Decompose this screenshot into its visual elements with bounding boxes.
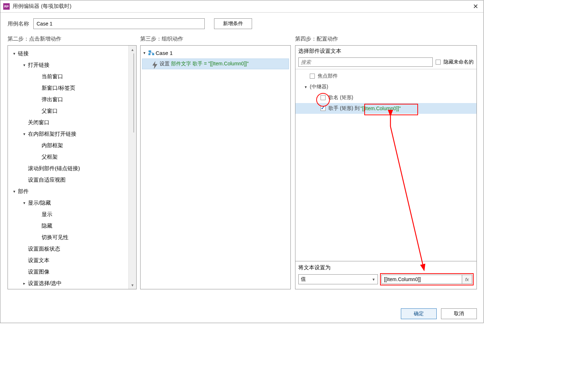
bolt-icon [152, 61, 157, 67]
widget-tree: 焦点部件 (中继器) 歌名 (矩形) 歌手 (矩形) 到 "[[Item.Col… [295, 69, 476, 261]
tree-item[interactable]: 父框架 [8, 151, 128, 163]
annotation-box: fx [380, 273, 474, 285]
caret-icon[interactable] [22, 132, 27, 136]
fx-button[interactable]: fx [462, 275, 472, 284]
search-input[interactable] [298, 57, 433, 67]
step3-header: 第三步：组织动作 [140, 33, 291, 45]
tree-item[interactable]: 当前窗口 [8, 71, 128, 82]
tree-item[interactable]: 显示 [8, 209, 128, 220]
svg-rect-1 [148, 53, 150, 55]
tree-item-label: 弹出窗口 [42, 96, 63, 103]
tree-item-label: 在内部框架打开链接 [28, 131, 76, 137]
value-input[interactable] [381, 275, 462, 284]
action-row[interactable]: 设置 部件文字 歌手 = "[[Item.Column0]]" [142, 59, 289, 69]
tree-item[interactable]: 切换可见性 [8, 232, 128, 243]
tree-item[interactable]: 隐藏 [8, 220, 128, 232]
tree-item-label: 隐藏 [42, 223, 52, 229]
tree-item[interactable]: 滚动到部件(锚点链接) [8, 163, 128, 174]
tree-item[interactable]: 在内部框架打开链接 [8, 128, 128, 140]
tree-item-label: 显示/隐藏 [28, 200, 51, 206]
tree-item[interactable]: 设置选择/选中 [8, 278, 128, 289]
tree-item-label: 内部框架 [42, 142, 63, 149]
tree-item-label: 当前窗口 [42, 73, 63, 80]
widget-row-song[interactable]: 歌名 (矩形) [295, 92, 476, 103]
scroll-thumb[interactable] [133, 53, 134, 132]
add-condition-button[interactable]: 新增条件 [214, 18, 252, 29]
tree-item-label: 关闭窗口 [28, 119, 49, 126]
tree-item-label: 新窗口/标签页 [42, 85, 75, 92]
case-icon [148, 50, 154, 55]
scroll-down-icon[interactable]: ▼ [129, 281, 136, 289]
hide-unnamed-label: 隐藏未命名的 [444, 59, 474, 65]
tree-item[interactable]: 设置图像 [8, 266, 128, 278]
step2-header: 第二步：点击新增动作 [8, 33, 137, 45]
actions-tree[interactable]: 链接打开链接当前窗口新窗口/标签页弹出窗口父窗口关闭窗口在内部框架打开链接内部框… [8, 46, 128, 289]
tree-item-label: 设置自适应视图 [28, 177, 66, 183]
tree-item-label: 切换可见性 [42, 234, 68, 241]
cancel-button[interactable]: 取消 [441, 308, 477, 319]
action-verb: 设置 [160, 61, 170, 66]
tree-item[interactable]: 父窗口 [8, 105, 128, 117]
tree-item-label: 设置面板状态 [28, 246, 60, 252]
scroll-up-icon[interactable]: ▲ [129, 46, 136, 53]
hide-unnamed-checkbox[interactable] [436, 60, 441, 65]
tree-item[interactable]: 设置面板状态 [8, 243, 128, 255]
tree-item[interactable]: 链接 [8, 48, 128, 59]
tree-item-label: 设置图像 [28, 269, 49, 275]
scrollbar[interactable]: ▲ ▼ [128, 46, 136, 289]
tree-item[interactable]: 新窗口/标签页 [8, 82, 128, 94]
case-name-label: 用例名称 [8, 20, 29, 27]
window-title: 用例编辑器 (每项加载时) [13, 3, 71, 10]
widget-row-focus[interactable]: 焦点部件 [295, 71, 476, 81]
tree-item[interactable]: 设置自适应视图 [8, 174, 128, 186]
value-type-select[interactable]: 值 ▼ [298, 274, 378, 284]
tree-item-label: 滚动到部件(锚点链接) [28, 165, 80, 172]
tree-item[interactable]: 打开链接 [8, 59, 128, 71]
step4-header: 第四步：配置动作 [295, 33, 477, 45]
close-icon[interactable]: ✕ [471, 3, 480, 10]
case-action-name[interactable]: Case 1 [156, 50, 173, 56]
caret-icon[interactable] [12, 189, 16, 194]
checkbox-icon[interactable] [321, 95, 326, 100]
tree-item-label: 设置文本 [28, 257, 49, 264]
case-block: ▾ Case 1 设置 部件文字 歌手 = "[[Item.Column0]]" [141, 46, 290, 71]
app-icon: RP [3, 3, 10, 10]
checkbox-icon[interactable] [310, 74, 315, 79]
action-detail: 部件文字 歌手 = "[[Item.Column0]]" [171, 61, 249, 66]
case-name-input[interactable] [33, 18, 205, 29]
caret-icon[interactable] [303, 85, 308, 89]
ok-button[interactable]: 确定 [401, 308, 437, 319]
tree-item-label: 打开链接 [28, 62, 49, 69]
tree-item[interactable]: 设置文本 [8, 255, 128, 266]
caret-icon[interactable]: ▾ [142, 51, 147, 55]
caret-icon[interactable] [22, 63, 27, 67]
tree-item-label: 显示 [42, 211, 52, 218]
widget-row-repeater[interactable]: (中继器) [295, 81, 476, 92]
caret-icon[interactable] [22, 201, 27, 205]
svg-rect-2 [152, 53, 154, 55]
checkbox-icon[interactable] [321, 106, 326, 111]
tree-item[interactable]: 关闭窗口 [8, 117, 128, 128]
chevron-down-icon: ▼ [372, 278, 375, 281]
tree-item-label: 设置选择/选中 [28, 280, 62, 287]
tree-item[interactable]: 部件 [8, 186, 128, 197]
caret-icon[interactable] [12, 51, 16, 56]
svg-rect-0 [149, 51, 151, 52]
tree-item-label: 父窗口 [42, 108, 58, 115]
select-widget-title: 选择部件设置文本 [295, 46, 476, 57]
tree-item[interactable]: 显示/隐藏 [8, 197, 128, 209]
set-text-title: 将文本设置为 [298, 264, 474, 273]
tree-item-label: 链接 [18, 50, 29, 57]
tree-item-label: 父框架 [42, 154, 58, 160]
widget-row-singer[interactable]: 歌手 (矩形) 到 "[[Item.Column0]]" [295, 103, 476, 114]
tree-item[interactable]: 弹出窗口 [8, 94, 128, 105]
titlebar: RP 用例编辑器 (每项加载时) ✕ [0, 0, 483, 13]
caret-icon[interactable] [22, 281, 27, 286]
tree-item[interactable]: 内部框架 [8, 140, 128, 151]
tree-item-label: 部件 [18, 188, 29, 195]
